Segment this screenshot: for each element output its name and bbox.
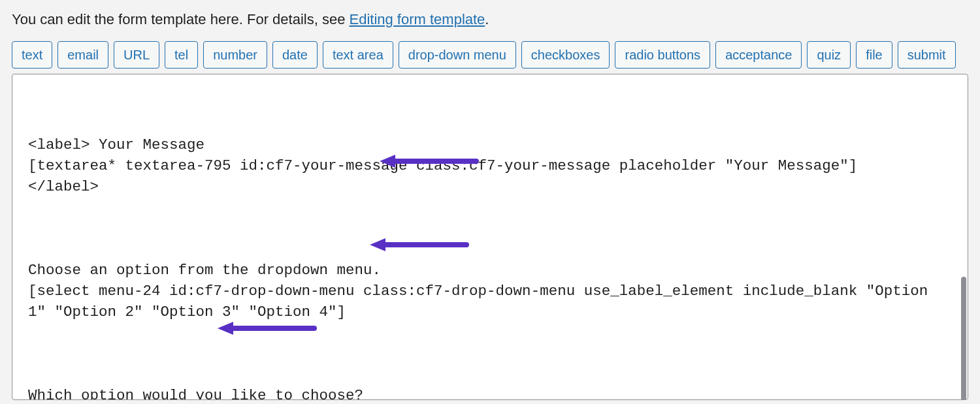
tag-button-submit[interactable]: submit [898, 41, 956, 69]
tag-generator-toolbar: text email URL tel number date text area… [12, 41, 968, 69]
code-block[interactable]: Which option would you like to choose? [… [28, 385, 952, 400]
intro-text: You can edit the form template here. For… [12, 10, 968, 29]
tag-button-file[interactable]: file [856, 41, 892, 69]
tag-button-acceptance[interactable]: acceptance [715, 41, 802, 69]
scrollbar-thumb[interactable] [961, 277, 966, 400]
intro-link[interactable]: Editing form template [349, 11, 485, 27]
tag-button-email[interactable]: email [57, 41, 108, 69]
tag-button-radio-buttons[interactable]: radio buttons [615, 41, 710, 69]
annotation-arrow-icon [368, 237, 473, 253]
tag-button-tel[interactable]: tel [165, 41, 198, 69]
tag-button-number[interactable]: number [203, 41, 267, 69]
code-block[interactable]: Choose an option from the dropdown menu.… [28, 260, 952, 322]
annotation-arrow-icon [216, 320, 321, 336]
tag-button-drop-down-menu[interactable]: drop-down menu [399, 41, 516, 69]
svg-marker-3 [370, 238, 385, 251]
svg-marker-5 [218, 322, 233, 335]
intro-suffix: . [485, 11, 489, 27]
tag-button-checkboxes[interactable]: checkboxes [521, 41, 610, 69]
code-block[interactable]: <label> Your Message [textarea* textarea… [28, 134, 952, 197]
form-template-editor[interactable]: <label> Your Message [textarea* textarea… [12, 74, 968, 400]
tag-button-url[interactable]: URL [114, 41, 159, 69]
tag-button-text-area[interactable]: text area [323, 41, 393, 69]
tag-button-quiz[interactable]: quiz [807, 41, 851, 69]
tag-button-text[interactable]: text [12, 41, 52, 69]
intro-prefix: You can edit the form template here. For… [12, 11, 349, 27]
tag-button-date[interactable]: date [272, 41, 318, 69]
